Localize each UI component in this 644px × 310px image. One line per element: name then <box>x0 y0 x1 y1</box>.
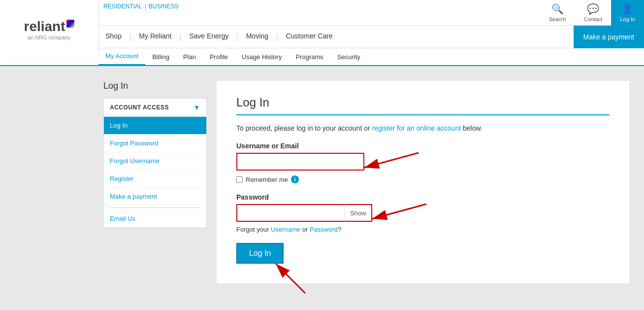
login-icon-button[interactable]: 👤 Log In <box>611 0 644 26</box>
main-form-area: Log In To proceed, please log in to your… <box>217 81 629 283</box>
show-password-button[interactable]: Show <box>345 204 372 222</box>
nav-items: Shop | My Reliant | Save Energy | Moving… <box>98 26 340 48</box>
username-label: Username or Email <box>236 142 610 150</box>
sidebar-section-header: ACCOUNT ACCESS ▼ <box>104 99 206 117</box>
search-button[interactable]: 🔍 Search <box>540 0 575 26</box>
nav-shop[interactable]: Shop <box>98 26 129 48</box>
form-divider <box>236 114 610 115</box>
forgot-row: Forgot your Username or Password? <box>236 226 610 233</box>
search-icon: 🔍 <box>551 3 564 15</box>
logo-text: reliant <box>24 19 65 34</box>
subnav-billing[interactable]: Billing <box>145 48 176 66</box>
chevron-down-icon: ▼ <box>193 103 200 111</box>
password-label: Password <box>236 193 610 201</box>
person-icon: 👤 <box>621 3 634 15</box>
sidebar-item-forgot-password[interactable]: Forgot Password <box>104 135 206 152</box>
sep1: | <box>145 3 146 10</box>
subnav-my-account[interactable]: My Account <box>98 48 145 66</box>
subnav-plan[interactable]: Plan <box>176 48 203 66</box>
form-desc-text: To proceed, please log in to your accoun… <box>236 124 372 132</box>
contact-button[interactable]: 💬 Contact <box>575 0 611 26</box>
sidebar: Log In ACCOUNT ACCESS ▼ Log In Forgot Pa… <box>103 81 207 283</box>
nav-my-reliant[interactable]: My Reliant <box>132 26 178 48</box>
remember-me-label: Remember me <box>246 176 288 183</box>
forgot-text: Forgot your <box>236 226 269 233</box>
form-description: To proceed, please log in to your accoun… <box>236 124 610 132</box>
username-input[interactable] <box>236 153 364 171</box>
sidebar-divider <box>110 207 200 208</box>
remember-me-row: Remember me i <box>236 175 610 183</box>
sidebar-section-label: ACCOUNT ACCESS <box>110 104 169 111</box>
nav-save-energy[interactable]: Save Energy <box>182 26 235 48</box>
form-title: Log In <box>236 96 610 109</box>
password-input[interactable] <box>236 204 345 222</box>
sidebar-menu: ACCOUNT ACCESS ▼ Log In Forgot Password … <box>103 98 207 228</box>
subnav-profile[interactable]: Profile <box>203 48 235 66</box>
register-link[interactable]: register for an online account <box>372 124 461 132</box>
info-icon[interactable]: i <box>291 175 299 183</box>
page-content: Log In ACCOUNT ACCESS ▼ Log In Forgot Pa… <box>0 66 644 298</box>
forgot-username-link[interactable]: Username <box>271 226 300 233</box>
search-label: Search <box>549 16 566 22</box>
sidebar-title: Log In <box>103 81 207 91</box>
business-link[interactable]: BUSINESS <box>149 3 179 10</box>
or-text: or <box>302 226 310 233</box>
contact-label: Contact <box>583 16 602 22</box>
arrow-username <box>359 148 423 177</box>
subnav-usage-history[interactable]: Usage History <box>235 48 289 66</box>
top-right-icons: 🔍 Search 💬 Contact 👤 Log In <box>540 0 644 26</box>
question-mark: ? <box>338 226 341 233</box>
contact-icon: 💬 <box>587 3 599 15</box>
logo-box: reliant an NRG company <box>0 0 98 59</box>
logo-sub: an NRG company <box>28 34 70 40</box>
logo-dot <box>66 20 74 28</box>
arrow-login <box>266 259 315 298</box>
username-field-wrapper <box>236 153 364 171</box>
sidebar-item-email-us[interactable]: Email Us <box>104 210 206 228</box>
password-field-wrapper: Show <box>236 204 372 226</box>
sidebar-item-register[interactable]: Register <box>104 170 206 188</box>
subnav-programs[interactable]: Programs <box>289 48 330 66</box>
sidebar-item-make-payment[interactable]: Make a payment <box>104 188 206 206</box>
subnav-security[interactable]: Security <box>330 48 367 66</box>
sidebar-item-forgot-username[interactable]: Forgot Username <box>104 152 206 170</box>
nav-wrapper: reliant an NRG company Shop | My Reliant… <box>0 26 644 66</box>
nav-customer-care[interactable]: Customer Care <box>279 26 340 48</box>
top-links: RESIDENTIAL | BUSINESS <box>103 3 179 10</box>
nav-moving[interactable]: Moving <box>239 26 275 48</box>
arrow-password <box>367 199 431 229</box>
residential-link[interactable]: RESIDENTIAL <box>103 3 142 10</box>
sidebar-item-login[interactable]: Log In <box>104 117 206 135</box>
login-button[interactable]: Log In <box>236 243 284 264</box>
logo: reliant <box>24 19 74 34</box>
password-row: Show <box>236 204 372 222</box>
remember-me-checkbox[interactable] <box>236 176 243 183</box>
login-icon-label: Log In <box>620 16 635 22</box>
login-btn-wrapper: Log In <box>236 243 284 269</box>
forgot-password-link[interactable]: Password <box>310 226 338 233</box>
make-payment-button[interactable]: Make a payment <box>574 26 644 48</box>
